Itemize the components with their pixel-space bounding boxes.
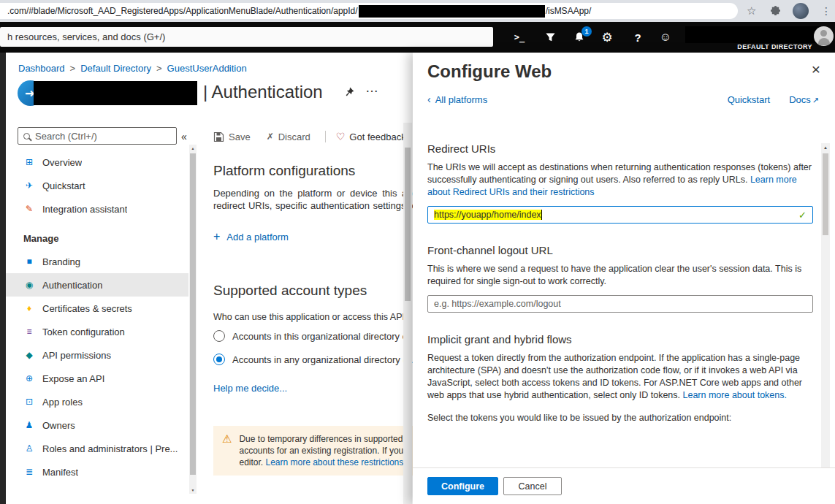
- cancel-button[interactable]: Cancel: [503, 477, 562, 495]
- breadcrumb-separator: >: [156, 63, 162, 74]
- save-icon: [213, 131, 224, 142]
- close-icon[interactable]: ×: [812, 61, 820, 77]
- warning-line1: Due to temporary differences in supporte…: [239, 434, 403, 444]
- more-options-icon[interactable]: …: [365, 80, 379, 96]
- sidebar-item-branding[interactable]: ■ Branding: [6, 250, 188, 273]
- notifications-bell-icon[interactable]: 1: [568, 26, 590, 48]
- redirect-uri-input[interactable]: https://youapp/home/index ✓: [427, 206, 813, 224]
- global-search-input[interactable]: [0, 27, 493, 47]
- accounts-question: Who can use this application or access t…: [213, 312, 410, 322]
- logout-url-desc: This is where we send a request to have …: [427, 263, 813, 288]
- radio-option-multitenant[interactable]: Accounts in any organizational directory…: [213, 354, 412, 365]
- text-cursor: [541, 210, 542, 220]
- discard-button[interactable]: ✗ Discard: [267, 131, 310, 142]
- sidebar-item-owners[interactable]: ♟ Owners: [6, 413, 188, 437]
- help-icon[interactable]: ?: [627, 26, 649, 48]
- pin-icon[interactable]: [343, 86, 357, 99]
- feedback-button[interactable]: ♡ Got feedback: [336, 131, 406, 142]
- heart-icon: ♡: [336, 131, 346, 142]
- scroll-down-icon[interactable]: ▼: [189, 486, 197, 494]
- sidebar-search[interactable]: [18, 127, 177, 145]
- warning-triangle-icon: ⚠: [222, 433, 232, 468]
- screen: .com/#blade/Microsoft_AAD_RegisteredApps…: [0, 0, 835, 504]
- add-platform-button[interactable]: + Add a platform: [213, 230, 289, 243]
- redaction-bar: [359, 5, 545, 18]
- sidebar-item-integration-assistant[interactable]: ✎ Integration assistant: [6, 197, 188, 221]
- azure-top-bar: >_ 1 ⚙ ? ☺ DEFAULT DIRECTORY: [0, 22, 835, 53]
- browser-menu-icon[interactable]: ⋮: [821, 4, 831, 18]
- restrictions-learn-more-link[interactable]: Learn more about these restrictions.: [265, 457, 405, 467]
- sidebar-item-label: Integration assistant: [42, 204, 127, 215]
- branding-icon: ■: [23, 256, 35, 267]
- breadcrumb-app[interactable]: GuestUserAddition: [167, 63, 247, 74]
- sidebar-item-label: Certificates & secrets: [42, 303, 132, 314]
- address-bar[interactable]: .com/#blade/Microsoft_AAD_RegisteredApps…: [0, 3, 738, 19]
- sidebar-item-expose-api[interactable]: ⊕ Expose an API: [6, 367, 188, 390]
- breadcrumb-directory[interactable]: Default Directory: [80, 63, 151, 74]
- platform-desc-line1: Depending on the platform or device this…: [213, 188, 413, 199]
- sidebar-item-token-configuration[interactable]: ≡ Token configuration: [6, 320, 188, 343]
- sidebar-item-app-roles[interactable]: ⊡ App roles: [6, 390, 188, 413]
- collapse-sidebar-icon[interactable]: «: [181, 131, 187, 142]
- extensions-puzzle-icon[interactable]: [770, 5, 781, 19]
- sidebar-item-label: Quickstart: [42, 180, 85, 191]
- radio-option-single-tenant[interactable]: Accounts in this organizational director…: [213, 330, 408, 342]
- feedback-label: Got feedback: [349, 131, 405, 142]
- breadcrumb: Dashboard>Default Directory>GuestUserAdd…: [18, 63, 247, 74]
- sidebar-scrollbar[interactable]: ▲ ▼: [189, 145, 197, 494]
- token-list-icon: ≡: [23, 327, 35, 337]
- implicit-grant-heading: Implicit grant and hybrid flows: [427, 333, 813, 345]
- help-me-decide-link[interactable]: Help me decide...: [213, 383, 287, 394]
- panel-scrollbar[interactable]: ▲ ▼: [821, 143, 830, 504]
- scrollbar-thumb[interactable]: [190, 153, 196, 475]
- sidebar-item-label: Token configuration: [42, 327, 125, 337]
- scroll-up-icon[interactable]: ▲: [189, 145, 197, 152]
- sidebar-item-certificates-secrets[interactable]: ♦ Certificates & secrets: [6, 297, 188, 320]
- directory-filter-icon[interactable]: [539, 26, 561, 48]
- docs-link[interactable]: Docs↗: [789, 94, 819, 105]
- quickstart-icon: ✈: [23, 180, 35, 191]
- api-permissions-icon: ◆: [23, 350, 35, 360]
- blade-scrollbar[interactable]: [403, 123, 412, 504]
- valid-check-icon: ✓: [798, 210, 807, 221]
- configure-button[interactable]: Configure: [427, 477, 498, 495]
- owners-icon: ♟: [23, 420, 35, 430]
- sidebar-item-api-permissions[interactable]: ◆ API permissions: [6, 343, 188, 367]
- page-title: | Authentication: [203, 82, 323, 102]
- chevron-left-icon: ‹: [427, 93, 431, 105]
- sidebar-item-authentication[interactable]: ◉ Authentication: [6, 273, 188, 297]
- cloud-shell-icon[interactable]: >_: [508, 26, 530, 48]
- scrollbar-thumb[interactable]: [405, 148, 411, 301]
- all-platforms-back-link[interactable]: ‹ All platforms: [427, 93, 487, 105]
- logout-url-input[interactable]: [427, 295, 813, 313]
- app-roles-icon: ⊡: [23, 397, 35, 407]
- key-icon: ♦: [23, 303, 35, 313]
- feedback-smiley-icon[interactable]: ☺: [655, 26, 676, 48]
- save-button[interactable]: Save: [213, 131, 251, 142]
- quickstart-link[interactable]: Quickstart: [728, 94, 771, 105]
- sidebar-item-roles-administrators[interactable]: ♙ Roles and administrators | Pre...: [6, 437, 188, 460]
- sidebar-item-label: Roles and administrators | Pre...: [42, 443, 178, 454]
- browser-toolbar: .com/#blade/Microsoft_AAD_RegisteredApps…: [0, 0, 835, 22]
- account-avatar[interactable]: [814, 26, 834, 46]
- browser-profile-avatar[interactable]: [793, 3, 809, 19]
- sidebar-item-manifest[interactable]: ≣ Manifest: [6, 460, 188, 484]
- breadcrumb-dashboard[interactable]: Dashboard: [18, 63, 65, 74]
- panel-title: Configure Web: [427, 61, 552, 82]
- warning-text: Due to temporary differences in supporte…: [239, 433, 405, 468]
- sidebar-search-input[interactable]: [35, 131, 159, 142]
- bookmark-star-icon[interactable]: ☆: [747, 4, 756, 18]
- settings-gear-icon[interactable]: ⚙: [596, 26, 618, 48]
- radio-selected-icon[interactable]: [213, 354, 225, 365]
- panel-footer: Configure Cancel: [413, 467, 835, 504]
- scroll-up-icon[interactable]: ▲: [821, 143, 830, 152]
- save-label: Save: [229, 131, 251, 142]
- tokens-learn-more-link[interactable]: Learn more about tokens.: [683, 390, 787, 400]
- radio-unselected-icon[interactable]: [213, 330, 225, 342]
- sidebar-item-label: Authentication: [42, 280, 102, 291]
- scrollbar-thumb[interactable]: [823, 153, 828, 235]
- sidebar-item-quickstart[interactable]: ✈ Quickstart: [6, 174, 188, 197]
- sidebar-nav: ⊞ Overview ✈ Quickstart ✎ Integration as…: [6, 150, 188, 484]
- platform-configurations-heading: Platform configurations: [213, 163, 355, 179]
- sidebar-item-overview[interactable]: ⊞ Overview: [6, 150, 188, 174]
